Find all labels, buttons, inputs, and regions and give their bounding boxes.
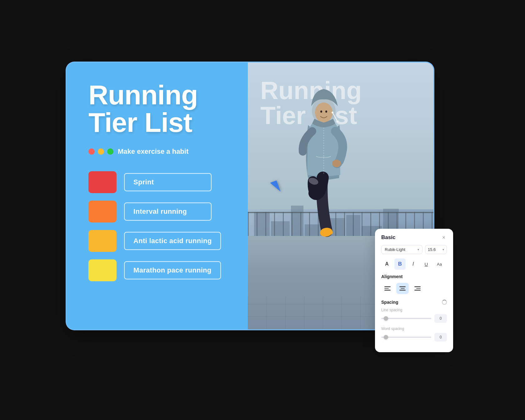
line-spacing-slider-row: 0 [381, 314, 447, 323]
line-spacing-track[interactable] [381, 318, 431, 319]
format-btn-case[interactable]: Aa [434, 258, 445, 270]
align-line-2 [401, 288, 405, 289]
line-spacing-item: Line spacing 0 [381, 308, 447, 323]
svg-rect-8 [322, 231, 333, 234]
align-right-icon [414, 286, 421, 291]
line-spacing-thumb[interactable] [384, 316, 388, 321]
spacing-label: Spacing [381, 300, 398, 305]
tier-item-lactic: Anti lactic acid running [88, 230, 229, 252]
subtitle-text: Make exercise a habit [118, 148, 188, 156]
align-center-icon [399, 286, 406, 291]
svg-point-5 [332, 112, 333, 113]
tier-label-marathon[interactable]: Marathon pace running [124, 261, 221, 279]
color-box-orange [88, 201, 117, 222]
color-box-amber [88, 230, 117, 252]
font-row: Rubik-Light ▾ 15.6 ▾ [381, 245, 447, 254]
align-line-3 [414, 290, 421, 291]
color-box-yellow [88, 259, 117, 281]
format-buttons-row: A B I U Aa [381, 258, 447, 270]
word-spacing-item: Word spacing 0 [381, 327, 447, 342]
align-right-btn[interactable] [411, 283, 424, 294]
font-size-label: 15.6 [428, 247, 436, 252]
tier-item-sprint: Sprint [88, 171, 229, 193]
font-family-label: Rubik-Light [385, 247, 405, 252]
word-spacing-slider-row: 0 [381, 333, 447, 342]
spinner-icon [442, 300, 447, 305]
format-btn-bold[interactable]: B [394, 258, 406, 270]
align-center-btn[interactable] [396, 283, 409, 294]
align-line-2 [416, 288, 421, 289]
dot-green [107, 148, 113, 155]
font-size-select[interactable]: 15.6 ▾ [425, 245, 447, 254]
svg-point-2 [320, 111, 322, 113]
left-panel: Running Tier List Make exercise a habit … [67, 62, 248, 329]
alignment-label: Alignment [381, 274, 447, 279]
tier-label-sprint[interactable]: Sprint [124, 173, 212, 191]
line-spacing-label: Line spacing [381, 308, 447, 312]
panel-header: Basic × [381, 234, 447, 241]
dot-yellow [98, 148, 104, 155]
word-spacing-thumb[interactable] [384, 335, 388, 339]
align-line-2 [384, 288, 389, 289]
tier-item-marathon: Marathon pace running [88, 259, 229, 281]
align-left-btn[interactable] [381, 283, 394, 294]
format-btn-underline[interactable]: U [421, 258, 432, 270]
font-family-select[interactable]: Rubik-Light ▾ [381, 245, 422, 254]
svg-point-1 [315, 102, 332, 122]
align-left-icon [384, 286, 391, 291]
word-spacing-track[interactable] [381, 337, 431, 338]
subtitle-row: Make exercise a habit [88, 148, 229, 156]
align-line-3 [384, 290, 391, 291]
alignment-row [381, 283, 447, 294]
svg-point-6 [332, 160, 341, 167]
line-spacing-value: 0 [434, 314, 447, 323]
format-btn-a[interactable]: A [381, 258, 392, 270]
tier-list: Sprint Interval running Anti lactic acid… [88, 171, 229, 281]
panel-title: Basic [381, 234, 395, 241]
close-button[interactable]: × [441, 234, 447, 241]
word-spacing-value: 0 [434, 333, 447, 342]
spacing-section: Spacing Line spacing 0 Word spacing [381, 300, 447, 342]
color-box-red [88, 171, 117, 193]
word-spacing-label: Word spacing [381, 327, 447, 331]
outer-wrapper: Running Tier List Make exercise a habit … [66, 62, 459, 358]
tier-label-interval[interactable]: Interval running [124, 202, 212, 221]
dot-red [88, 148, 95, 155]
format-btn-italic[interactable]: I [408, 258, 419, 270]
format-panel: Basic × Rubik-Light ▾ 15.6 ▾ A B I U Aa … [375, 229, 453, 352]
align-line-3 [399, 290, 406, 291]
tier-label-lactic[interactable]: Anti lactic acid running [124, 232, 221, 250]
svg-point-3 [325, 111, 327, 113]
page-title: Running Tier List [88, 81, 229, 136]
align-line-1 [414, 286, 421, 287]
align-line-1 [399, 286, 406, 287]
spacing-header: Spacing [381, 300, 447, 305]
align-line-1 [384, 286, 391, 287]
tier-item-interval: Interval running [88, 201, 229, 222]
font-size-chevron: ▾ [442, 248, 444, 251]
runner-svg [275, 81, 369, 269]
font-family-chevron: ▾ [418, 248, 419, 251]
